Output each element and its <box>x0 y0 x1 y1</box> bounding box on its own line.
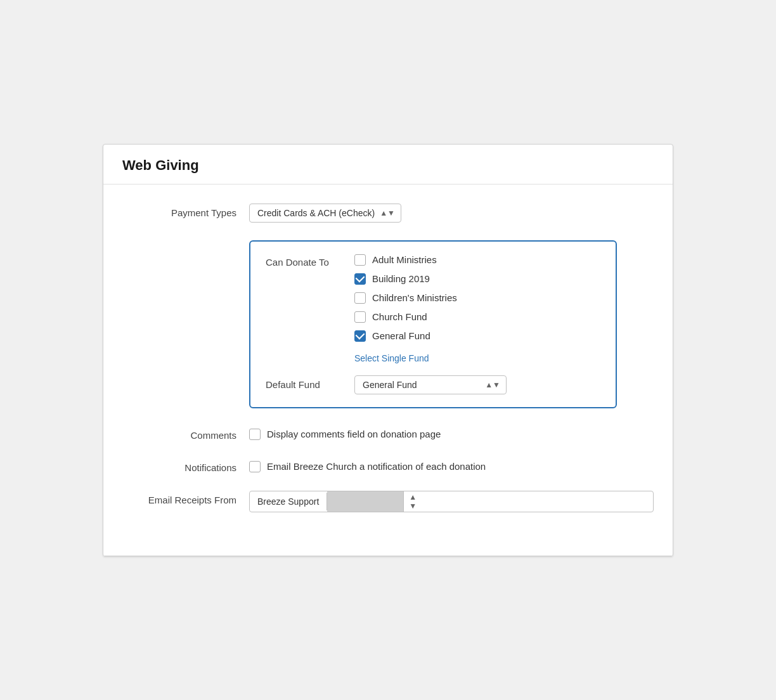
email-receipts-select-wrapper: Breeze Support ▲ ▼ <box>249 491 654 512</box>
select-single-fund-link[interactable]: Select Single Fund <box>354 353 429 363</box>
checkbox-childrens-ministries-input[interactable] <box>354 292 366 304</box>
default-fund-select[interactable]: General Fund Building 2019 Adult Ministr… <box>354 375 507 394</box>
default-fund-label: Default Fund <box>266 379 354 390</box>
payment-types-select-wrapper: Credit Cards & ACH (eCheck) Credit Cards… <box>249 204 401 223</box>
notifications-checkbox-input[interactable] <box>249 461 261 472</box>
checkbox-childrens-ministries[interactable]: Children's Ministries <box>354 292 457 304</box>
checkbox-building-2019-label: Building 2019 <box>372 273 430 284</box>
card-footer-divider <box>103 555 673 556</box>
page-title: Web Giving <box>122 157 654 174</box>
checkbox-building-2019-input[interactable] <box>354 273 366 285</box>
comments-checkbox-input[interactable] <box>249 429 261 440</box>
email-receipts-from-control: Breeze Support ▲ ▼ <box>249 491 654 512</box>
card-header: Web Giving <box>103 145 673 185</box>
payment-types-select[interactable]: Credit Cards & ACH (eCheck) Credit Cards… <box>249 204 401 223</box>
default-fund-select-wrapper: General Fund Building 2019 Adult Ministr… <box>354 375 507 394</box>
checkbox-childrens-ministries-label: Children's Ministries <box>372 292 457 303</box>
card-body: Payment Types Credit Cards & ACH (eCheck… <box>103 185 673 549</box>
can-donate-to-spacer <box>122 240 249 244</box>
checkbox-adult-ministries[interactable]: Adult Ministries <box>354 254 457 266</box>
fund-checkbox-list: Adult Ministries Building 2019 <box>354 254 457 342</box>
notifications-control: Email Breeze Church a notification of ea… <box>249 458 654 472</box>
notifications-row: Notifications Email Breeze Church a noti… <box>122 458 654 473</box>
notifications-label: Notifications <box>122 458 249 473</box>
checkbox-church-fund-label: Church Fund <box>372 311 427 322</box>
web-giving-card: Web Giving Payment Types Credit Cards & … <box>103 144 673 557</box>
checkbox-church-fund[interactable]: Church Fund <box>354 311 457 323</box>
checkbox-general-fund-input[interactable] <box>354 330 366 342</box>
email-receipts-sender-name: Breeze Support <box>250 493 327 510</box>
notifications-checkbox-label: Email Breeze Church a notification of ea… <box>267 461 486 472</box>
payment-types-label: Payment Types <box>122 204 249 218</box>
can-donate-to-label: Can Donate To <box>266 254 354 268</box>
checkbox-general-fund[interactable]: General Fund <box>354 330 457 342</box>
email-receipts-from-label: Email Receipts From <box>122 491 249 505</box>
notifications-checkbox-item[interactable]: Email Breeze Church a notification of ea… <box>249 458 654 472</box>
email-receipts-from-row: Email Receipts From Breeze Support ▲ ▼ <box>122 491 654 512</box>
email-receipts-blurred-email <box>327 491 403 512</box>
checkbox-church-fund-input[interactable] <box>354 311 366 323</box>
can-donate-to-control: Can Donate To Adult Ministries <box>249 240 654 408</box>
comments-checkbox-label: Display comments field on donation page <box>267 429 441 439</box>
checkbox-building-2019[interactable]: Building 2019 <box>354 273 457 285</box>
default-fund-row: Default Fund General Fund Building 2019 … <box>266 375 603 394</box>
comments-checkbox-item[interactable]: Display comments field on donation page <box>249 426 654 440</box>
comments-control: Display comments field on donation page <box>249 426 654 440</box>
can-donate-to-row: Can Donate To Adult Ministries <box>122 240 654 408</box>
checkbox-general-fund-label: General Fund <box>372 330 430 341</box>
can-donate-to-box: Can Donate To Adult Ministries <box>249 240 617 408</box>
fund-checkboxes-area: Adult Ministries Building 2019 <box>354 254 457 364</box>
payment-types-control: Credit Cards & ACH (eCheck) Credit Cards… <box>249 204 654 223</box>
comments-row: Comments Display comments field on donat… <box>122 426 654 441</box>
checkbox-adult-ministries-input[interactable] <box>354 254 366 266</box>
checkbox-adult-ministries-label: Adult Ministries <box>372 254 437 265</box>
donate-box-inner: Can Donate To Adult Ministries <box>266 254 603 364</box>
payment-types-row: Payment Types Credit Cards & ACH (eCheck… <box>122 204 654 223</box>
comments-label: Comments <box>122 426 249 441</box>
email-receipts-arrow-icon[interactable]: ▲ ▼ <box>403 491 422 512</box>
